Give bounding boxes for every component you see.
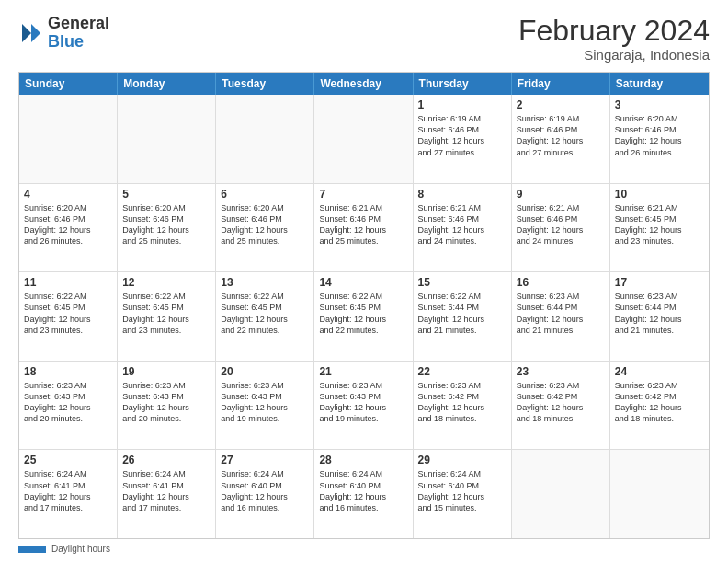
- day-header-thursday: Thursday: [414, 73, 512, 95]
- header: General Blue February 2024 Singaraja, In…: [18, 15, 710, 63]
- footer: Daylight hours: [18, 544, 710, 554]
- cell-info: Sunrise: 6:22 AM Sunset: 6:44 PM Dayligh…: [418, 291, 506, 336]
- day-number: 12: [122, 276, 210, 289]
- logo-icon: [18, 20, 44, 46]
- cell-info: Sunrise: 6:20 AM Sunset: 6:46 PM Dayligh…: [24, 202, 112, 247]
- calendar-cell: 4Sunrise: 6:20 AM Sunset: 6:46 PM Daylig…: [19, 184, 118, 272]
- day-header-wednesday: Wednesday: [314, 73, 413, 95]
- day-header-saturday: Saturday: [610, 73, 709, 95]
- cell-info: Sunrise: 6:24 AM Sunset: 6:41 PM Dayligh…: [24, 468, 112, 513]
- cell-info: Sunrise: 6:23 AM Sunset: 6:42 PM Dayligh…: [517, 380, 605, 425]
- day-number: 19: [122, 365, 210, 378]
- day-header-friday: Friday: [512, 73, 610, 95]
- calendar-cell: 18Sunrise: 6:23 AM Sunset: 6:43 PM Dayli…: [19, 362, 118, 450]
- calendar-cell: 2Sunrise: 6:19 AM Sunset: 6:46 PM Daylig…: [512, 95, 610, 183]
- cell-info: Sunrise: 6:20 AM Sunset: 6:46 PM Dayligh…: [615, 113, 704, 158]
- cell-info: Sunrise: 6:23 AM Sunset: 6:44 PM Dayligh…: [517, 291, 605, 336]
- cell-info: Sunrise: 6:21 AM Sunset: 6:46 PM Dayligh…: [418, 202, 506, 247]
- cell-info: Sunrise: 6:21 AM Sunset: 6:46 PM Dayligh…: [319, 202, 407, 247]
- cell-info: Sunrise: 6:22 AM Sunset: 6:45 PM Dayligh…: [24, 291, 112, 336]
- calendar-cell: [610, 450, 709, 538]
- calendar-row-5: 25Sunrise: 6:24 AM Sunset: 6:41 PM Dayli…: [19, 449, 709, 538]
- day-number: 8: [418, 188, 506, 201]
- svg-marker-0: [31, 24, 40, 42]
- day-number: 28: [319, 454, 407, 466]
- calendar-cell: 21Sunrise: 6:23 AM Sunset: 6:43 PM Dayli…: [314, 362, 413, 450]
- day-number: 11: [24, 276, 112, 289]
- calendar-cell: 28Sunrise: 6:24 AM Sunset: 6:40 PM Dayli…: [314, 450, 413, 538]
- cell-info: Sunrise: 6:21 AM Sunset: 6:45 PM Dayligh…: [615, 202, 704, 247]
- calendar-cell: 9Sunrise: 6:21 AM Sunset: 6:46 PM Daylig…: [512, 184, 610, 272]
- calendar-cell: 7Sunrise: 6:21 AM Sunset: 6:46 PM Daylig…: [314, 184, 413, 272]
- day-number: 23: [517, 365, 605, 378]
- calendar-cell: 20Sunrise: 6:23 AM Sunset: 6:43 PM Dayli…: [216, 362, 314, 450]
- cell-info: Sunrise: 6:23 AM Sunset: 6:44 PM Dayligh…: [615, 291, 704, 336]
- logo: General Blue: [18, 15, 109, 52]
- cell-info: Sunrise: 6:23 AM Sunset: 6:43 PM Dayligh…: [122, 380, 210, 425]
- calendar: SundayMondayTuesdayWednesdayThursdayFrid…: [18, 72, 710, 539]
- cell-info: Sunrise: 6:19 AM Sunset: 6:46 PM Dayligh…: [418, 113, 506, 158]
- calendar-header: SundayMondayTuesdayWednesdayThursdayFrid…: [19, 73, 709, 95]
- calendar-cell: 26Sunrise: 6:24 AM Sunset: 6:41 PM Dayli…: [118, 450, 216, 538]
- day-number: 2: [517, 98, 605, 111]
- day-number: 13: [221, 276, 309, 289]
- day-number: 1: [418, 98, 506, 111]
- calendar-cell: 17Sunrise: 6:23 AM Sunset: 6:44 PM Dayli…: [610, 272, 709, 361]
- calendar-cell: 29Sunrise: 6:24 AM Sunset: 6:40 PM Dayli…: [414, 450, 512, 538]
- calendar-cell: 5Sunrise: 6:20 AM Sunset: 6:46 PM Daylig…: [118, 184, 216, 272]
- cell-info: Sunrise: 6:24 AM Sunset: 6:40 PM Dayligh…: [319, 468, 407, 513]
- cell-info: Sunrise: 6:24 AM Sunset: 6:40 PM Dayligh…: [221, 468, 309, 513]
- day-number: 15: [418, 276, 506, 289]
- calendar-row-1: 1Sunrise: 6:19 AM Sunset: 6:46 PM Daylig…: [19, 95, 709, 183]
- cell-info: Sunrise: 6:24 AM Sunset: 6:41 PM Dayligh…: [122, 468, 210, 513]
- day-number: 29: [418, 454, 506, 466]
- day-number: 20: [221, 365, 309, 378]
- title-block: February 2024 Singaraja, Indonesia: [518, 15, 710, 63]
- calendar-row-4: 18Sunrise: 6:23 AM Sunset: 6:43 PM Dayli…: [19, 361, 709, 450]
- day-number: 26: [122, 454, 210, 466]
- day-number: 18: [24, 365, 112, 378]
- day-number: 24: [615, 365, 704, 378]
- calendar-row-2: 4Sunrise: 6:20 AM Sunset: 6:46 PM Daylig…: [19, 183, 709, 272]
- day-number: 10: [615, 188, 704, 201]
- calendar-cell: 6Sunrise: 6:20 AM Sunset: 6:46 PM Daylig…: [216, 184, 314, 272]
- cell-info: Sunrise: 6:21 AM Sunset: 6:46 PM Dayligh…: [517, 202, 605, 247]
- calendar-cell: 19Sunrise: 6:23 AM Sunset: 6:43 PM Dayli…: [118, 362, 216, 450]
- logo-blue-text: Blue: [48, 33, 109, 52]
- footer-bar-icon: [18, 546, 46, 553]
- calendar-row-3: 11Sunrise: 6:22 AM Sunset: 6:45 PM Dayli…: [19, 271, 709, 361]
- footer-label: Daylight hours: [51, 544, 110, 554]
- day-header-tuesday: Tuesday: [216, 73, 314, 95]
- calendar-cell: 14Sunrise: 6:22 AM Sunset: 6:45 PM Dayli…: [314, 272, 413, 361]
- cell-info: Sunrise: 6:23 AM Sunset: 6:42 PM Dayligh…: [418, 380, 506, 425]
- day-number: 16: [517, 276, 605, 289]
- day-number: 21: [319, 365, 407, 378]
- cell-info: Sunrise: 6:23 AM Sunset: 6:42 PM Dayligh…: [615, 380, 704, 425]
- calendar-cell: 22Sunrise: 6:23 AM Sunset: 6:42 PM Dayli…: [414, 362, 512, 450]
- calendar-cell: 15Sunrise: 6:22 AM Sunset: 6:44 PM Dayli…: [414, 272, 512, 361]
- calendar-cell: 24Sunrise: 6:23 AM Sunset: 6:42 PM Dayli…: [610, 362, 709, 450]
- cell-info: Sunrise: 6:22 AM Sunset: 6:45 PM Dayligh…: [319, 291, 407, 336]
- cell-info: Sunrise: 6:22 AM Sunset: 6:45 PM Dayligh…: [122, 291, 210, 336]
- calendar-cell: [216, 95, 314, 183]
- month-year: February 2024: [518, 15, 710, 47]
- cell-info: Sunrise: 6:23 AM Sunset: 6:43 PM Dayligh…: [24, 380, 112, 425]
- day-number: 5: [122, 188, 210, 201]
- day-number: 17: [615, 276, 704, 289]
- day-number: 27: [221, 454, 309, 466]
- day-header-sunday: Sunday: [19, 73, 118, 95]
- calendar-cell: 3Sunrise: 6:20 AM Sunset: 6:46 PM Daylig…: [610, 95, 709, 183]
- calendar-cell: 8Sunrise: 6:21 AM Sunset: 6:46 PM Daylig…: [414, 184, 512, 272]
- day-number: 6: [221, 188, 309, 201]
- calendar-cell: [118, 95, 216, 183]
- cell-info: Sunrise: 6:19 AM Sunset: 6:46 PM Dayligh…: [517, 113, 605, 158]
- calendar-cell: 23Sunrise: 6:23 AM Sunset: 6:42 PM Dayli…: [512, 362, 610, 450]
- calendar-cell: 13Sunrise: 6:22 AM Sunset: 6:45 PM Dayli…: [216, 272, 314, 361]
- day-number: 25: [24, 454, 112, 466]
- svg-marker-1: [22, 24, 31, 42]
- logo-text: General Blue: [48, 15, 109, 52]
- calendar-cell: [19, 95, 118, 183]
- day-number: 9: [517, 188, 605, 201]
- cell-info: Sunrise: 6:20 AM Sunset: 6:46 PM Dayligh…: [221, 202, 309, 247]
- location: Singaraja, Indonesia: [518, 47, 710, 63]
